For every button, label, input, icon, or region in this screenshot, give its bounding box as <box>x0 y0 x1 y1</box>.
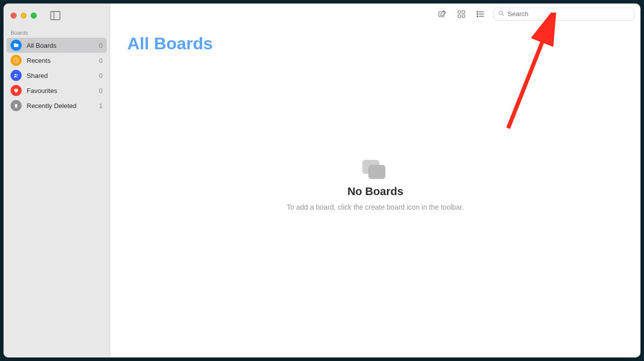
toggle-sidebar-button[interactable] <box>50 11 61 20</box>
minimize-window-button[interactable] <box>21 13 27 19</box>
sidebar-item-count: 0 <box>99 72 103 79</box>
sidebar-item-shared[interactable]: Shared 0 <box>7 68 107 83</box>
sidebar-item-count: 0 <box>99 87 103 95</box>
sidebar-item-all-boards[interactable]: All Boards 0 <box>7 38 107 53</box>
svg-rect-6 <box>458 11 460 13</box>
search-icon <box>498 10 505 19</box>
empty-state: No Boards To add a board, click the crea… <box>110 33 640 337</box>
sidebar-item-label: Shared <box>27 72 94 79</box>
sidebar-item-count: 0 <box>99 42 103 49</box>
svg-rect-7 <box>462 11 465 13</box>
sidebar-item-label: All Boards <box>27 42 94 49</box>
sidebar-item-count: 1 <box>99 102 103 110</box>
clock-icon <box>11 55 22 66</box>
sidebar-list: All Boards 0 Recents 0 Shared 0 <box>4 38 110 113</box>
trash-icon <box>11 100 22 111</box>
heart-icon <box>11 85 22 96</box>
create-board-button[interactable] <box>436 8 448 20</box>
sidebar-item-recents[interactable]: Recents 0 <box>7 53 107 68</box>
sidebar-item-count: 0 <box>99 57 103 64</box>
empty-state-subtitle: To add a board, click the create board i… <box>287 203 464 211</box>
sidebar-item-favourites[interactable]: Favourites 0 <box>7 83 107 98</box>
sidebar: Boards All Boards 0 Recents 0 Sh <box>4 4 110 357</box>
folder-icon <box>11 40 22 51</box>
toolbar <box>110 4 640 25</box>
empty-state-title: No Boards <box>347 185 403 198</box>
fullscreen-window-button[interactable] <box>31 13 37 19</box>
svg-rect-5 <box>439 11 444 17</box>
svg-point-12 <box>477 14 478 15</box>
people-icon <box>11 70 22 81</box>
svg-line-17 <box>502 14 504 16</box>
app-window: Boards All Boards 0 Recents 0 Sh <box>4 4 640 357</box>
svg-rect-9 <box>462 15 465 17</box>
sidebar-item-label: Recently Deleted <box>27 102 94 110</box>
sidebar-section-label: Boards <box>4 23 110 38</box>
sidebar-item-recently-deleted[interactable]: Recently Deleted 1 <box>7 98 107 113</box>
svg-rect-8 <box>458 15 460 17</box>
search-input[interactable] <box>508 10 630 18</box>
grid-view-button[interactable] <box>455 8 467 20</box>
search-box[interactable] <box>494 8 634 21</box>
list-view-button[interactable] <box>474 8 487 20</box>
svg-point-3 <box>15 74 16 75</box>
sidebar-item-label: Favourites <box>27 87 94 95</box>
svg-point-16 <box>499 11 503 15</box>
svg-point-10 <box>477 11 478 12</box>
close-window-button[interactable] <box>11 13 17 19</box>
sidebar-item-label: Recents <box>27 57 94 64</box>
svg-point-14 <box>477 16 478 17</box>
svg-point-4 <box>17 74 18 76</box>
window-traffic-lights <box>4 9 110 23</box>
boards-stack-icon <box>362 160 388 180</box>
main-content: All Boards No Boards To add a board, cli… <box>110 4 640 357</box>
svg-rect-0 <box>51 12 60 20</box>
